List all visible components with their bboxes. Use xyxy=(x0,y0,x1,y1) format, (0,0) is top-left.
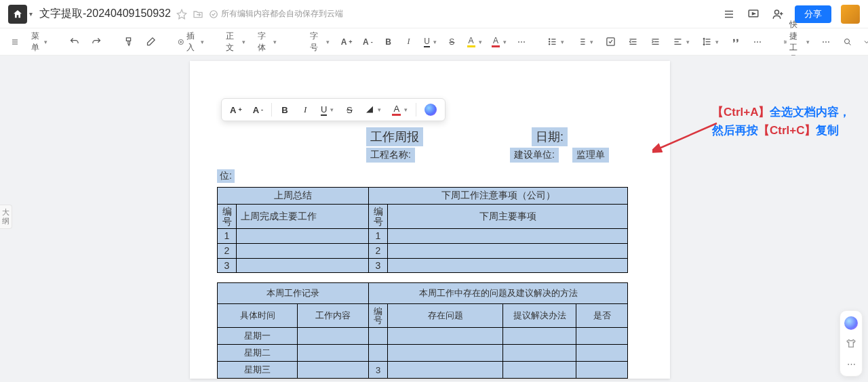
collapse-toolbar-button[interactable] xyxy=(859,35,868,49)
bullet-list-button[interactable]: ▾ xyxy=(543,34,568,49)
indent-icon xyxy=(650,37,660,47)
t1-num-right: 编号 xyxy=(369,205,388,229)
align-button[interactable]: ▾ xyxy=(669,34,694,49)
t2-problem-col: 存在问题 xyxy=(388,304,503,328)
undo-button[interactable] xyxy=(65,34,83,49)
ai-assistant-button[interactable] xyxy=(844,316,858,330)
outdent-button[interactable] xyxy=(624,34,642,49)
t2-content-col: 工作内容 xyxy=(298,304,369,328)
title-row: 工作周报 日期: xyxy=(217,127,643,146)
star-icon xyxy=(176,9,187,20)
toolbar-menu-toggle[interactable] xyxy=(7,35,23,49)
menu-button[interactable] xyxy=(722,7,736,22)
editor-canvas[interactable]: 大纲 A+ A- B I U▾ S ◢▾ A▾ 工作周报 日期: 工程名称: 建… xyxy=(0,56,868,382)
eraser-icon xyxy=(146,37,156,47)
svg-point-5 xyxy=(549,41,550,42)
line-spacing-icon xyxy=(702,37,712,47)
document-body[interactable]: 工作周报 日期: 工程名称: 建设单位: 监理单 位: 上周总结 下周工作注意事… xyxy=(190,127,670,379)
more-format-button[interactable]: ⋯ xyxy=(513,35,530,49)
ctx-bold[interactable]: B xyxy=(277,103,292,117)
svg-point-4 xyxy=(549,39,550,39)
svg-point-11 xyxy=(845,39,850,43)
home-dropdown-caret[interactable]: ▾ xyxy=(29,10,33,18)
font-color-button[interactable]: A▾ xyxy=(489,33,510,50)
t2-yesno-col: 是否 xyxy=(576,304,628,328)
hamburger-icon xyxy=(723,8,735,20)
table-row: 11 xyxy=(218,229,628,244)
t2-time-col: 具体时间 xyxy=(218,304,298,328)
title-bar: ▾ 文字提取-20240409150932 所有编辑内容都会自动保存到云端 分享 xyxy=(0,0,868,28)
star-button[interactable] xyxy=(176,9,187,20)
t1-left-sub: 上周完成主要工作 xyxy=(237,205,369,229)
redo-button[interactable] xyxy=(87,34,106,49)
font-family-select[interactable]: 字体▾ xyxy=(254,28,281,56)
feedback-button[interactable] xyxy=(844,337,858,350)
t1-num-left: 编号 xyxy=(218,205,237,229)
svg-point-6 xyxy=(549,44,550,45)
ctx-underline[interactable]: U▾ xyxy=(318,102,336,118)
bold-button[interactable]: B xyxy=(380,35,397,49)
more-actions-button[interactable]: ⋯ xyxy=(844,357,858,370)
instruction-annotation: 【Ctrl+A】全选文档内容，然后再按【Ctrl+C】复制 xyxy=(712,103,857,140)
ctx-strike[interactable]: S xyxy=(342,103,357,117)
ctx-ai[interactable] xyxy=(422,102,439,118)
indent-button[interactable] xyxy=(646,34,665,49)
table-row: 33 xyxy=(218,258,628,273)
decrease-font-button[interactable]: A- xyxy=(359,35,376,49)
subtitle-row: 工程名称: 建设单位: 监理单 xyxy=(217,148,643,163)
move-to-folder-button[interactable] xyxy=(193,9,203,20)
brush-icon xyxy=(123,37,134,47)
project-label: 工程名称: xyxy=(366,148,415,163)
clear-format-button[interactable] xyxy=(142,34,160,49)
paragraph-style-select[interactable]: 正文▾ xyxy=(222,28,250,56)
wei-row: 位: xyxy=(217,169,643,183)
t1-left-header: 上周总结 xyxy=(218,188,369,205)
underline-button[interactable]: U▾ xyxy=(421,34,440,50)
undo-icon xyxy=(69,37,79,47)
ctx-highlight[interactable]: ◢▾ xyxy=(362,102,384,118)
main-toolbar: 菜单▾ 插入▾ 正文▾ 字体▾ 字号▾ A+ A- B I U▾ S A▾ A▾… xyxy=(0,28,868,56)
table-row: 星期二 xyxy=(218,345,628,362)
svg-point-9 xyxy=(786,41,787,42)
home-button[interactable] xyxy=(8,5,27,24)
more-paragraph-button[interactable]: ⋯ xyxy=(749,35,766,49)
more-tools-button[interactable]: ⋯ xyxy=(818,35,834,49)
checklist-icon xyxy=(606,37,616,47)
increase-font-button[interactable]: A+ xyxy=(338,35,355,49)
line-spacing-button[interactable]: ▾ xyxy=(698,34,723,49)
home-icon xyxy=(12,9,23,20)
highlight-button[interactable]: A▾ xyxy=(464,33,485,50)
plus-circle-icon xyxy=(178,37,184,47)
italic-button[interactable]: I xyxy=(401,34,417,49)
ctx-font-color[interactable]: A▾ xyxy=(389,102,410,118)
ordered-list-icon xyxy=(576,37,587,47)
ctx-increase-font[interactable]: A+ xyxy=(227,103,245,117)
wei-label: 位: xyxy=(217,169,235,183)
svg-point-8 xyxy=(785,41,785,41)
ctx-decrease-font[interactable]: A- xyxy=(250,103,266,117)
table-row: 22 xyxy=(218,244,628,259)
present-button[interactable] xyxy=(746,7,761,22)
outline-panel-tab[interactable]: 大纲 xyxy=(0,205,12,229)
supervisor-label: 监理单 xyxy=(572,148,609,163)
strikethrough-button[interactable]: S xyxy=(443,35,460,49)
format-painter-button[interactable] xyxy=(119,34,138,49)
font-size-select[interactable]: 字号▾ xyxy=(306,28,334,56)
user-avatar[interactable] xyxy=(841,5,860,24)
table-row: 星期一 xyxy=(218,328,628,345)
checklist-button[interactable] xyxy=(601,34,620,49)
build-label: 建设单位: xyxy=(510,148,559,163)
ctx-italic[interactable]: I xyxy=(298,102,313,117)
ordered-list-button[interactable]: ▾ xyxy=(572,34,597,49)
folder-icon xyxy=(193,9,203,20)
redo-icon xyxy=(92,37,102,47)
lines-icon xyxy=(11,37,19,47)
search-button[interactable] xyxy=(840,34,856,50)
menu-button[interactable]: 菜单▾ xyxy=(27,28,52,56)
outdent-icon xyxy=(628,37,638,47)
insert-button[interactable]: 插入▾ xyxy=(174,28,208,56)
align-icon xyxy=(673,37,683,47)
bullet-list-icon xyxy=(547,37,557,47)
check-circle-icon xyxy=(209,9,218,19)
quote-button[interactable] xyxy=(727,34,745,49)
